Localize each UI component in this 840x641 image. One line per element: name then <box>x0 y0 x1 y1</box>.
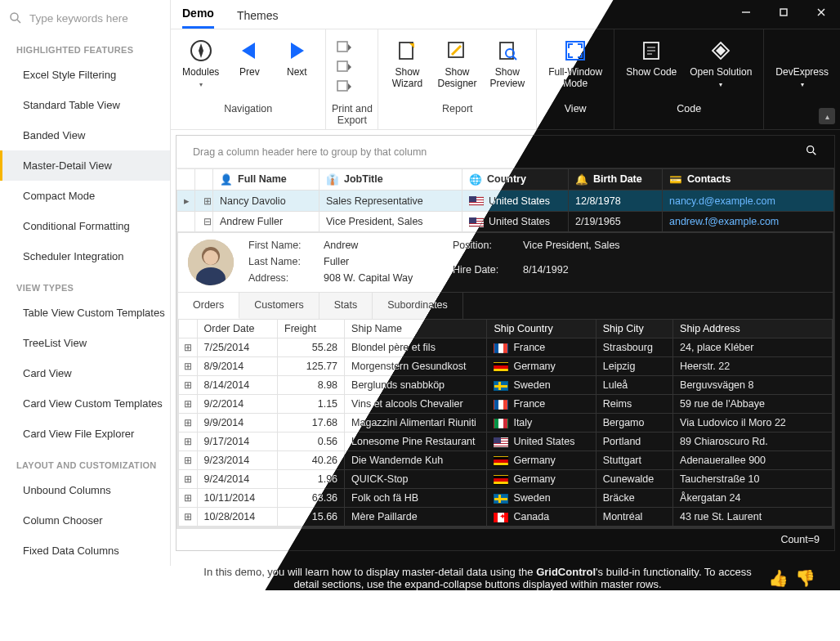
row-chevron-icon[interactable]: ▸ <box>184 195 190 207</box>
globe-icon: 🌐 <box>469 173 482 186</box>
col-freight[interactable]: Freight <box>278 320 345 338</box>
flag-icon <box>494 381 508 391</box>
open-solution-button[interactable]: Open Solution▾ <box>686 34 755 92</box>
briefcase-icon: 👔 <box>326 173 339 186</box>
col-shipname[interactable]: Ship Name <box>345 320 487 338</box>
sidebar-item[interactable]: TreeList View <box>0 328 170 358</box>
export-button[interactable] <box>334 78 354 95</box>
sidebar-item[interactable]: Card View File Explorer <box>0 419 170 449</box>
sidebar-item[interactable]: Fixed Data Columns <box>0 536 170 566</box>
table-row[interactable]: ⊞9/24/20141.96QUICK-StopGermanyCunewalde… <box>179 470 833 489</box>
print-options-button[interactable] <box>334 39 354 56</box>
flag-icon <box>469 217 484 227</box>
sidebar-item[interactable]: Banded View <box>0 120 170 150</box>
section-layout: LAYOUT AND CUSTOMIZATION <box>0 449 170 475</box>
chevron-down-icon: ▾ <box>801 82 804 88</box>
id-icon: 💳 <box>669 173 682 186</box>
sidebar-item[interactable]: Compact Mode <box>0 181 170 211</box>
table-row[interactable]: ⊞7/25/201455.28Blondel père et filsFranc… <box>179 338 833 357</box>
chevron-down-icon: ▾ <box>199 82 203 88</box>
col-contacts[interactable]: 💳Contacts <box>663 169 834 191</box>
table-row[interactable]: ⊞9/9/201417.68Magazzini Alimentari Riuni… <box>179 414 833 433</box>
expand-button[interactable]: ⊞ <box>182 492 194 504</box>
col-shipaddress[interactable]: Ship Address <box>673 320 833 338</box>
search-icon[interactable] <box>805 144 818 159</box>
flag-icon <box>469 196 484 206</box>
window-restore-button[interactable] <box>765 0 802 25</box>
detail-tab[interactable]: Stats <box>319 293 373 319</box>
sidebar-item[interactable]: Master-Detail View <box>0 150 170 181</box>
show-code-button-icon <box>638 38 664 64</box>
col-birth[interactable]: 🔔Birth Date <box>569 169 663 191</box>
group-panel[interactable]: Drag a column header here to group by th… <box>176 136 834 168</box>
col-jobtitle[interactable]: 👔JobTitle <box>319 169 462 191</box>
table-row[interactable]: ⊟Andrew FullerVice President, SalesUnite… <box>177 212 834 232</box>
sidebar-item[interactable]: Conditional Formatting <box>0 211 170 241</box>
show-designer-button[interactable]: Show Designer <box>434 34 480 93</box>
expand-button[interactable]: ⊞ <box>182 379 194 391</box>
sidebar-item[interactable]: Scheduler Integration <box>0 241 170 271</box>
full-window-button[interactable]: Full-Window Mode <box>545 34 605 93</box>
sidebar: Type keywords hereHIGHLIGHTED FEATURESEx… <box>0 0 171 566</box>
prev-button[interactable]: Prev <box>229 34 270 82</box>
col-fullname[interactable]: 👤Full Name <box>213 169 319 191</box>
expand-button[interactable]: ⊞ <box>182 417 194 428</box>
detail-tab[interactable]: Orders <box>178 293 239 319</box>
email-link[interactable]: nancy.d@example.com <box>669 195 775 207</box>
table-row[interactable]: ⊞8/14/20148.98Berglunds snabbköpSwedenLu… <box>179 376 833 395</box>
expand-button[interactable]: ⊞ <box>202 195 213 207</box>
table-row[interactable]: ⊞9/23/201440.26Die Wandernde KuhGermanyS… <box>179 451 833 470</box>
col-shipcity[interactable]: Ship City <box>596 320 672 338</box>
svg-line-15 <box>452 46 461 55</box>
grid: Drag a column header here to group by th… <box>176 135 835 551</box>
sidebar-item[interactable]: Card View Custom Templates <box>0 388 170 419</box>
detail-tab[interactable]: Customers <box>239 293 319 319</box>
ribbon-collapse-button[interactable]: ▴ <box>819 108 835 124</box>
show-designer-button-icon <box>444 38 470 64</box>
table-row[interactable]: ⊞8/9/2014125.77Morgenstern GesundkostGer… <box>179 357 833 376</box>
svg-marker-9 <box>348 64 351 70</box>
sidebar-item[interactable]: Standard Table View <box>0 90 170 120</box>
table-row[interactable]: ⊞9/2/20141.15Vins et alcools ChevalierFr… <box>179 395 833 414</box>
thumbs-up-icon[interactable]: 👍 <box>768 568 789 588</box>
sidebar-item[interactable]: Card View <box>0 358 170 388</box>
expand-button[interactable]: ⊟ <box>202 216 213 227</box>
show-preview-button[interactable]: Show Preview <box>487 34 529 93</box>
window-close-button[interactable] <box>802 0 840 25</box>
expand-button[interactable]: ⊞ <box>182 511 194 522</box>
email-link[interactable]: andrew.f@example.com <box>669 216 779 227</box>
col-country[interactable]: 🌐Country <box>462 169 569 191</box>
sidebar-item[interactable]: Column Chooser <box>0 505 170 536</box>
export-pdf-button[interactable] <box>334 59 354 75</box>
expand-button[interactable]: ⊞ <box>182 473 194 485</box>
thumbs-down-icon[interactable]: 👎 <box>795 568 815 588</box>
modules-button-icon <box>188 38 214 64</box>
next-button[interactable]: Next <box>276 34 317 82</box>
expand-button[interactable]: ⊞ <box>182 398 194 410</box>
search-placeholder: Type keywords here <box>29 12 128 25</box>
search-input[interactable]: Type keywords here <box>0 11 170 34</box>
expand-button[interactable]: ⊞ <box>182 342 194 353</box>
expand-button[interactable]: ⊞ <box>182 436 194 447</box>
flag-icon <box>494 362 508 372</box>
show-code-button[interactable]: Show Code <box>623 34 680 82</box>
table-row[interactable]: ▸⊞Nancy DavolioSales RepresentativeUnite… <box>177 191 834 212</box>
table-row[interactable]: ⊞10/11/201463.36Folk och fä HBSwedenBräc… <box>179 489 833 508</box>
devexpress-button[interactable]: DevExpress▾ <box>772 34 832 92</box>
table-row[interactable]: ⊞10/28/201415.66Mère PaillardeCanadaMont… <box>179 508 833 527</box>
sidebar-item[interactable]: Excel Style Filtering <box>0 60 170 90</box>
expand-button[interactable]: ⊞ <box>182 361 194 372</box>
modules-button[interactable]: Modules▾ <box>179 34 222 92</box>
sidebar-item[interactable]: Unbound Columns <box>0 475 170 505</box>
expand-button[interactable]: ⊞ <box>182 455 194 466</box>
window-minimize-button[interactable] <box>727 0 765 25</box>
detail-tab[interactable]: Subordinates <box>373 293 463 319</box>
show-wizard-button[interactable]: Show Wizard <box>386 34 427 93</box>
svg-rect-8 <box>337 61 347 71</box>
table-row[interactable]: ⊞9/17/20140.56Lonesome Pine RestaurantUn… <box>179 433 833 451</box>
tab-demo[interactable]: Demo <box>182 7 214 29</box>
sidebar-item[interactable]: Table View Custom Templates <box>0 298 170 328</box>
col-orderdate[interactable]: Order Date <box>197 320 277 338</box>
tab-themes[interactable]: Themes <box>237 9 279 29</box>
col-shipcountry[interactable]: Ship Country <box>487 320 596 338</box>
